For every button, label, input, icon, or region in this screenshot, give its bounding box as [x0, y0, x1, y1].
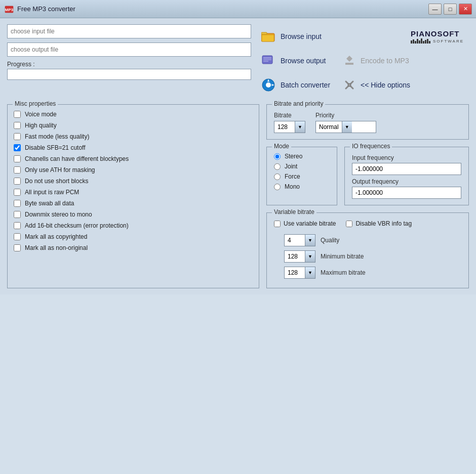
- app-icon: MP3: [4, 4, 14, 14]
- vbr-quality-value: 4: [285, 237, 305, 244]
- output-file-field[interactable]: [7, 42, 251, 57]
- encode-label: Encode to MP3: [361, 57, 409, 65]
- short-blocks-checkbox[interactable]: [14, 178, 21, 185]
- top-section: Progress : Browse input: [7, 24, 469, 97]
- voice-mode-label: Voice mode: [25, 111, 57, 118]
- checkbox-ath: Only use ATH for masking: [14, 164, 253, 176]
- vbr-quality-select[interactable]: 4 ▼: [284, 234, 315, 246]
- chanells-checkbox[interactable]: [14, 155, 21, 162]
- priority-select[interactable]: Normal ▼: [315, 121, 376, 133]
- disable-vbr-checkbox[interactable]: [346, 221, 352, 227]
- disable-sfb-checkbox[interactable]: [14, 144, 21, 151]
- copyright-label: Mark all as copyrighted: [25, 233, 87, 240]
- downmix-label: Downmix stereo to mono: [25, 211, 92, 218]
- maximize-button[interactable]: □: [444, 4, 457, 15]
- svg-rect-4: [262, 35, 274, 41]
- mono-label: Mono: [285, 183, 300, 190]
- minimize-button[interactable]: —: [428, 4, 442, 15]
- browse-output-button[interactable]: Browse output: [256, 51, 337, 71]
- mono-radio[interactable]: [274, 184, 281, 190]
- vbr-quality-row: 4 ▼ Quality: [274, 232, 461, 248]
- input-freq-field[interactable]: [352, 163, 461, 175]
- bitrate-group: Bitrate 128 ▼: [274, 112, 305, 133]
- vbr-quality-label: Quality: [321, 237, 339, 244]
- checkbox-non-original: Mark all as non-original: [14, 242, 253, 253]
- batch-converter-button[interactable]: Batch converter: [256, 75, 337, 95]
- io-panel-title: IO frequences: [350, 143, 392, 150]
- browse-output-label: Browse output: [281, 57, 326, 65]
- tools-icon: [341, 77, 358, 93]
- hide-options-label: << Hide options: [361, 81, 410, 89]
- vbr-min-value: 128: [285, 253, 305, 260]
- window-title: Free MP3 converter: [17, 5, 428, 13]
- vbr-quality-arrow[interactable]: ▼: [305, 235, 315, 246]
- raw-pcm-checkbox[interactable]: [14, 189, 21, 196]
- radio-stereo: Stereo: [274, 151, 330, 161]
- priority-dropdown-arrow[interactable]: ▼: [342, 121, 352, 133]
- checkbox-fast-mode: Fast mode (less quality): [14, 131, 253, 142]
- byte-swab-checkbox[interactable]: [14, 200, 21, 207]
- fast-mode-checkbox[interactable]: [14, 133, 21, 140]
- bitrate-panel-title: Bitrate and priority: [272, 100, 325, 107]
- vbr-min-label: Minimum bitrate: [321, 253, 364, 260]
- title-bar: MP3 Free MP3 converter — □ ✕: [0, 0, 476, 18]
- vbr-min-select[interactable]: 128 ▼: [284, 250, 315, 263]
- disable-sfb-label: Disable SFB=21 cutoff: [25, 144, 86, 151]
- vbr-max-value: 128: [285, 269, 305, 276]
- cd-icon: [260, 53, 276, 69]
- checkbox-short-blocks: Do not use short blocks: [14, 176, 253, 187]
- joint-radio[interactable]: [274, 163, 281, 170]
- output-freq-group: Output frequency: [352, 178, 461, 199]
- use-vbr-checkbox[interactable]: [274, 221, 281, 227]
- priority-label: Priority: [315, 112, 376, 119]
- vbr-options-row: Use variable bitrate Disable VBR info ta…: [274, 220, 461, 227]
- bitrate-dropdown-arrow[interactable]: ▼: [295, 121, 305, 133]
- mode-io-row: Mode Stereo Joint Force: [266, 147, 469, 205]
- checkbox-disable-sfb: Disable SFB=21 cutoff: [14, 142, 253, 153]
- browse-input-label: Browse input: [281, 32, 322, 40]
- copyright-checkbox[interactable]: [14, 233, 21, 240]
- downmix-checkbox[interactable]: [14, 211, 21, 218]
- fast-mode-label: Fast mode (less quality): [25, 133, 89, 140]
- vbr-max-bitrate-row: 128 ▼ Maximum bitrate: [274, 265, 461, 281]
- stereo-radio[interactable]: [274, 153, 281, 160]
- batch-icon: [260, 77, 276, 93]
- ath-checkbox[interactable]: [14, 166, 21, 174]
- input-file-field[interactable]: [7, 24, 251, 38]
- radio-force: Force: [274, 171, 330, 182]
- force-radio[interactable]: [274, 174, 281, 180]
- non-original-checkbox[interactable]: [14, 244, 21, 251]
- checkbox-byte-swab: Byte swab all data: [14, 198, 253, 209]
- hide-options-button[interactable]: << Hide options: [337, 75, 414, 95]
- svg-rect-7: [263, 57, 271, 59]
- checksum-label: Add 16-bit checksum (error protection): [25, 222, 129, 229]
- checkbox-voice-mode: Voice mode: [14, 109, 253, 120]
- disable-vbr-label: Disable VBR info tag: [355, 220, 412, 227]
- browse-input-button[interactable]: Browse input: [256, 26, 337, 47]
- high-quality-checkbox[interactable]: [14, 122, 21, 129]
- bitrate-value: 128: [274, 123, 295, 131]
- pianosoft-bars: SOFTWARE: [411, 38, 464, 44]
- close-button[interactable]: ✕: [459, 4, 472, 15]
- action-buttons: Browse input PIANOSOFT: [256, 24, 469, 97]
- batch-row: Batch converter << Hide options: [256, 73, 469, 97]
- svg-rect-9: [263, 61, 268, 62]
- svg-rect-8: [263, 59, 271, 60]
- output-freq-field[interactable]: [352, 187, 461, 199]
- svg-text:MP3: MP3: [5, 8, 14, 12]
- high-quality-label: High quality: [25, 122, 57, 129]
- browse-input-row: Browse input PIANOSOFT: [256, 24, 469, 49]
- use-vbr-row: Use variable bitrate: [274, 220, 336, 227]
- encode-button[interactable]: Encode to MP3: [337, 51, 418, 71]
- vbr-min-arrow[interactable]: ▼: [305, 251, 315, 262]
- voice-mode-checkbox[interactable]: [14, 111, 21, 118]
- input-freq-label: Input frequency: [352, 154, 461, 161]
- pianosoft-logo: PIANOSOFT SOFTWARE: [411, 29, 469, 44]
- checkbox-chanells: Chanells can have different blocktypes: [14, 153, 253, 164]
- bitrate-label: Bitrate: [274, 112, 305, 119]
- vbr-max-arrow[interactable]: ▼: [305, 267, 315, 278]
- misc-properties-panel: Misc properties Voice mode High quality …: [7, 104, 259, 288]
- bitrate-select[interactable]: 128 ▼: [274, 121, 305, 133]
- checksum-checkbox[interactable]: [14, 222, 21, 229]
- vbr-max-select[interactable]: 128 ▼: [284, 267, 315, 279]
